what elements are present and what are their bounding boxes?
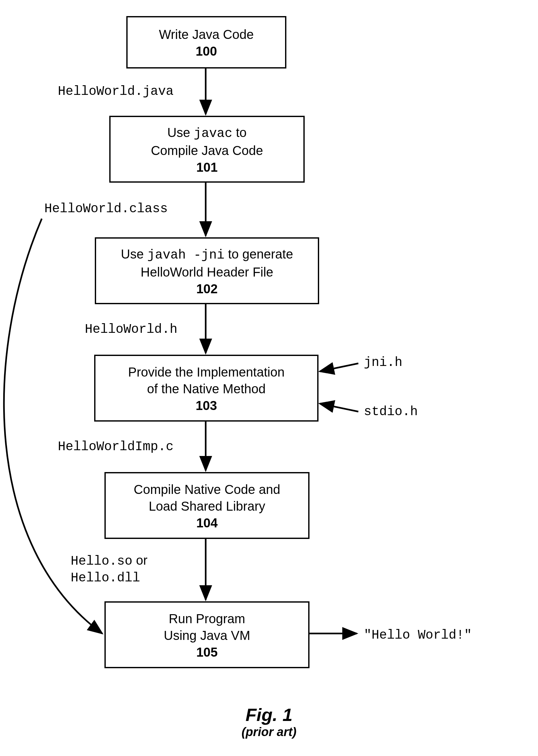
node-101-number: 101 <box>196 160 218 175</box>
svg-line-7 <box>320 404 358 412</box>
node-103-number: 103 <box>196 398 217 413</box>
edge-label-2: HelloWorld.class <box>44 202 168 216</box>
edge-label-1: HelloWorld.java <box>58 84 174 99</box>
node-105-line1: Run Program <box>169 610 245 627</box>
node-104-line2: Load Shared Library <box>149 498 265 514</box>
flowchart-canvas: Write Java Code 100 Use javac to Compile… <box>0 0 538 756</box>
node-104-number: 104 <box>196 516 218 530</box>
svg-line-6 <box>320 363 358 372</box>
node-101-line2: Compile Java Code <box>151 142 263 159</box>
node-102-number: 102 <box>196 282 218 296</box>
node-102-post: to generate <box>224 247 293 261</box>
node-105-line2: Using Java VM <box>164 627 250 644</box>
edge-label-5b: Hello.dll <box>71 571 140 585</box>
edge-label-5-line1: Hello.so or <box>71 553 147 568</box>
side-input-stdio: stdio.h <box>364 405 418 419</box>
node-104-line1: Compile Native Code and <box>134 481 280 498</box>
node-102-line2: HelloWorld Header File <box>141 264 274 280</box>
node-101-pre: Use <box>167 125 194 140</box>
node-102-pre: Use <box>121 247 147 261</box>
edge-label-5a: Hello.so <box>71 554 133 568</box>
node-101: Use javac to Compile Java Code 101 <box>109 116 305 183</box>
edge-label-4: HelloWorldImp.c <box>58 439 174 454</box>
node-100-title: Write Java Code <box>159 26 254 43</box>
node-102-title: Use javah -jni to generate <box>121 246 293 264</box>
node-105: Run Program Using Java VM 105 <box>104 601 309 668</box>
node-101-mono: javac <box>194 126 232 141</box>
figure-subtitle: (prior art) <box>0 725 538 739</box>
node-105-number: 105 <box>196 645 218 660</box>
edge-label-3: HelloWorld.h <box>85 322 178 337</box>
output-text: "Hello World!" <box>364 628 472 643</box>
side-input-jni: jni.h <box>364 355 403 370</box>
node-102-mono: javah -jni <box>147 248 224 262</box>
node-104: Compile Native Code and Load Shared Libr… <box>104 472 309 539</box>
node-103: Provide the Implementation of the Native… <box>94 355 318 422</box>
node-101-post: to <box>232 125 246 140</box>
node-103-line2: of the Native Method <box>147 380 265 397</box>
edge-label-5-or: or <box>133 553 147 567</box>
node-103-line1: Provide the Implementation <box>128 364 285 380</box>
figure-caption: Fig. 1 (prior art) <box>0 704 538 739</box>
node-100-number: 100 <box>196 44 217 59</box>
node-101-title: Use javac to <box>167 124 247 142</box>
figure-title: Fig. 1 <box>0 704 538 725</box>
node-102: Use javah -jni to generate HelloWorld He… <box>95 237 319 304</box>
node-100: Write Java Code 100 <box>126 16 286 69</box>
